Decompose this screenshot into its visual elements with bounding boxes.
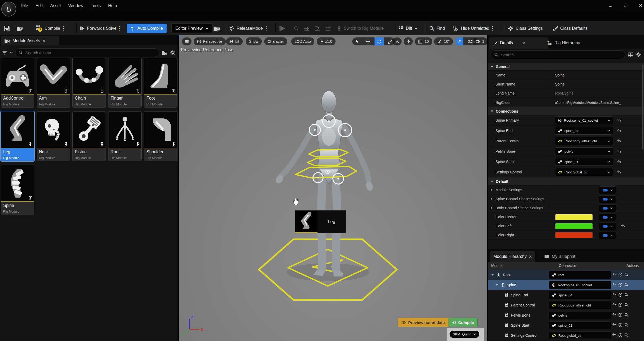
browse-asset-button[interactable] bbox=[16, 21, 23, 35]
tab-module-hierarchy[interactable]: Module Hierarchy bbox=[490, 251, 535, 262]
asset-card-root[interactable]: RootRig Module bbox=[108, 111, 142, 161]
lod-dropdown[interactable]: LOD Auto bbox=[291, 37, 314, 45]
hide-unrelated-options-icon[interactable] bbox=[492, 26, 493, 31]
display-options-icon[interactable] bbox=[628, 52, 633, 57]
parent-control-dropdown[interactable]: Root:body_offset_ctrl bbox=[555, 137, 613, 145]
goto-connector-icon[interactable] bbox=[618, 293, 623, 297]
menu-tools[interactable]: Tools bbox=[87, 0, 104, 12]
class-defaults-button[interactable]: Class Defaults bbox=[552, 21, 588, 35]
reset-icon[interactable] bbox=[621, 224, 625, 228]
asset-card-chain[interactable]: ChainRig Module bbox=[72, 58, 106, 108]
release-mode-options-icon[interactable] bbox=[266, 26, 267, 31]
expander-icon[interactable] bbox=[491, 207, 492, 209]
connector-box[interactable]: root bbox=[549, 271, 611, 279]
hierarchy-row-root[interactable]: Root root bbox=[488, 270, 644, 280]
preview-mesh-dropdown[interactable]: SKM_Quinn bbox=[450, 331, 479, 338]
connector-box[interactable]: Root:spine_01_socket bbox=[549, 281, 611, 289]
property-row-spine-shape-settings[interactable]: Spine Control Shape Settings bbox=[488, 194, 644, 203]
rotate-tool-icon[interactable] bbox=[375, 37, 384, 45]
editor-preview-dropdown[interactable]: Editor Preview bbox=[171, 21, 212, 35]
property-row-body-shape-settings[interactable]: Body Control Shape Settings bbox=[488, 203, 644, 212]
goto-connector-icon[interactable] bbox=[618, 272, 623, 277]
tab-rig-hierarchy[interactable]: Rig Hierarchy bbox=[544, 37, 583, 49]
inspect-icon[interactable] bbox=[624, 272, 629, 277]
binding-dropdown[interactable] bbox=[599, 195, 616, 203]
hide-unrelated-button[interactable]: Hide Unrelated bbox=[452, 21, 493, 35]
binding-dropdown[interactable] bbox=[599, 223, 616, 230]
undo-icon[interactable] bbox=[612, 323, 616, 327]
tab-module-assets[interactable]: Module Assets bbox=[1, 36, 59, 45]
color-center-swatch[interactable] bbox=[555, 214, 593, 220]
section-connections[interactable]: Connections bbox=[488, 107, 644, 115]
color-right-swatch[interactable] bbox=[555, 232, 593, 238]
reset-icon[interactable] bbox=[617, 150, 621, 153]
undo-icon[interactable] bbox=[612, 293, 616, 296]
binding-dropdown[interactable] bbox=[599, 204, 616, 212]
compile-now-button[interactable]: Compile bbox=[449, 318, 478, 327]
reset-icon[interactable] bbox=[617, 129, 621, 133]
close-hierarchy-icon[interactable] bbox=[529, 255, 532, 258]
goto-connector-icon[interactable] bbox=[618, 323, 623, 327]
spine-primary-dropdown[interactable]: Root:spine_01_socket bbox=[555, 116, 613, 124]
release-mode-dropdown[interactable]: ReleaseMode bbox=[229, 21, 267, 35]
viewport[interactable]: Z X Y Perspective Lit Show Character LOD… bbox=[179, 35, 487, 341]
asset-card-finger[interactable]: FingerRig Module bbox=[108, 58, 142, 108]
menu-asset[interactable]: Asset bbox=[46, 0, 64, 12]
asset-card-arm[interactable]: ArmRig Module bbox=[37, 58, 70, 108]
show-dropdown[interactable]: Show bbox=[246, 37, 262, 45]
inspect-icon[interactable] bbox=[624, 303, 629, 307]
expander-icon[interactable] bbox=[495, 284, 498, 286]
undo-icon[interactable] bbox=[612, 313, 616, 317]
auto-compile-button[interactable]: Auto Compile bbox=[127, 21, 167, 35]
settings-gear-icon[interactable] bbox=[170, 50, 176, 56]
goto-connector-icon[interactable] bbox=[618, 283, 623, 287]
goto-connector-icon[interactable] bbox=[618, 333, 623, 337]
chevron-down-icon[interactable] bbox=[10, 52, 13, 54]
expander-icon[interactable] bbox=[491, 189, 492, 191]
rotation-snap-control[interactable]: 10° bbox=[434, 37, 453, 45]
filter-icon[interactable] bbox=[2, 50, 7, 55]
move-tool-icon[interactable] bbox=[363, 37, 373, 45]
menu-file[interactable]: File bbox=[18, 0, 32, 12]
property-row-short-name[interactable]: Short NameSpine bbox=[488, 80, 644, 89]
menu-window[interactable]: Window bbox=[64, 0, 87, 12]
binding-dropdown[interactable] bbox=[599, 232, 616, 239]
class-settings-button[interactable]: Class Settings bbox=[508, 21, 543, 35]
expander-icon[interactable] bbox=[491, 198, 492, 200]
connector-box[interactable]: Root:body_offset_ctrl bbox=[549, 301, 611, 309]
binding-dropdown[interactable] bbox=[599, 214, 616, 221]
goto-connector-icon[interactable] bbox=[618, 303, 623, 307]
camera-speed-control[interactable]: 1 bbox=[472, 37, 487, 45]
inspect-icon[interactable] bbox=[624, 293, 629, 297]
browse-preview-button[interactable] bbox=[213, 21, 220, 35]
inspect-icon[interactable] bbox=[624, 333, 629, 337]
scale-snap-icon[interactable] bbox=[455, 37, 463, 45]
asset-card-foot[interactable]: FootRig Module bbox=[144, 58, 177, 108]
settings-control-dropdown[interactable]: Root:global_ctrl bbox=[555, 168, 613, 176]
undo-icon[interactable] bbox=[612, 303, 616, 306]
tab-my-blueprint[interactable]: My Blueprint bbox=[541, 251, 578, 262]
reset-icon[interactable] bbox=[617, 160, 621, 164]
save-button[interactable] bbox=[4, 21, 10, 35]
connector-box[interactable]: Root:global_ctrl bbox=[549, 331, 611, 339]
reset-icon[interactable] bbox=[617, 118, 621, 122]
minimize-button[interactable] bbox=[606, 2, 614, 8]
details-search-box[interactable] bbox=[491, 50, 625, 59]
hierarchy-row-spine-start[interactable]: Spine Start spine_01 bbox=[488, 320, 644, 331]
asset-card-spine[interactable]: SpineRig Module bbox=[1, 165, 34, 215]
menu-help[interactable]: Help bbox=[105, 0, 121, 12]
coordinate-space-button[interactable] bbox=[393, 37, 402, 45]
details-scrollbar[interactable] bbox=[642, 65, 643, 150]
details-search-input[interactable] bbox=[501, 52, 622, 57]
reset-icon[interactable] bbox=[617, 139, 621, 143]
play-speed-button[interactable]: x1.0 bbox=[317, 37, 336, 45]
hierarchy-row-parent-control[interactable]: Parent Control Root:body_offset_ctrl bbox=[488, 300, 644, 310]
forwards-solve-button[interactable]: Forwards Solve bbox=[80, 21, 120, 35]
asset-card-addcontrol[interactable]: AddControlRig Module bbox=[1, 58, 34, 108]
column-connector[interactable]: Connector bbox=[559, 263, 576, 268]
skeleton-toggle-button[interactable] bbox=[404, 37, 413, 45]
perspective-dropdown[interactable]: Perspective bbox=[194, 37, 226, 45]
connector-box[interactable]: spine_01 bbox=[549, 321, 611, 329]
connector-box[interactable]: spine_04 bbox=[549, 291, 611, 299]
property-row-module-settings[interactable]: Module Settings bbox=[488, 185, 644, 194]
